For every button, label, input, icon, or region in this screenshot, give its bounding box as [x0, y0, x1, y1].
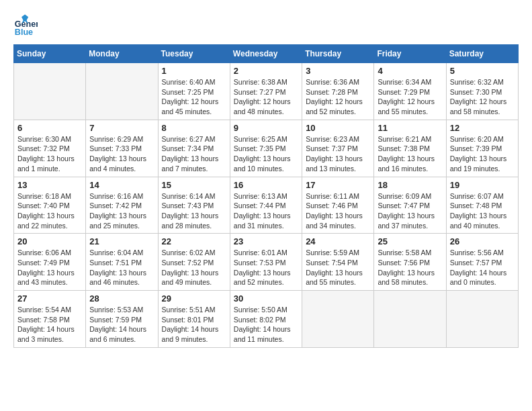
day-info: Sunrise: 6:38 AM Sunset: 7:27 PM Dayligh… — [234, 77, 298, 117]
day-number: 4 — [378, 66, 442, 76]
calendar-cell: 30Sunrise: 5:50 AM Sunset: 8:02 PM Dayli… — [230, 291, 302, 348]
calendar-week-row: 20Sunrise: 6:06 AM Sunset: 7:49 PM Dayli… — [14, 234, 519, 291]
calendar-cell: 8Sunrise: 6:27 AM Sunset: 7:34 PM Daylig… — [158, 120, 230, 177]
day-info: Sunrise: 5:51 AM Sunset: 8:01 PM Dayligh… — [162, 305, 226, 345]
day-number: 16 — [234, 180, 298, 190]
calendar-cell: 3Sunrise: 6:36 AM Sunset: 7:28 PM Daylig… — [302, 63, 374, 120]
calendar-cell: 5Sunrise: 6:32 AM Sunset: 7:30 PM Daylig… — [446, 63, 518, 120]
calendar-cell: 22Sunrise: 6:02 AM Sunset: 7:52 PM Dayli… — [158, 234, 230, 291]
day-number: 22 — [162, 236, 226, 246]
page-header: General Blue — [13, 13, 519, 38]
calendar-cell — [446, 291, 518, 348]
day-number: 30 — [234, 293, 298, 304]
calendar-cell — [14, 63, 86, 120]
day-info: Sunrise: 6:30 AM Sunset: 7:32 PM Dayligh… — [17, 134, 82, 174]
weekday-header-wednesday: Wednesday — [230, 45, 302, 63]
calendar-cell: 11Sunrise: 6:21 AM Sunset: 7:38 PM Dayli… — [374, 120, 446, 177]
calendar-cell: 2Sunrise: 6:38 AM Sunset: 7:27 PM Daylig… — [230, 63, 302, 120]
calendar-cell: 19Sunrise: 6:07 AM Sunset: 7:48 PM Dayli… — [446, 177, 518, 234]
day-number: 15 — [162, 180, 226, 190]
calendar-cell — [302, 291, 374, 348]
calendar-cell: 26Sunrise: 5:56 AM Sunset: 7:57 PM Dayli… — [446, 234, 518, 291]
day-info: Sunrise: 6:18 AM Sunset: 7:40 PM Dayligh… — [17, 191, 82, 231]
day-info: Sunrise: 6:11 AM Sunset: 7:46 PM Dayligh… — [306, 191, 370, 231]
calendar-cell: 20Sunrise: 6:06 AM Sunset: 7:49 PM Dayli… — [14, 234, 86, 291]
day-info: Sunrise: 6:16 AM Sunset: 7:42 PM Dayligh… — [89, 191, 154, 231]
day-number: 25 — [378, 236, 442, 246]
day-number: 1 — [162, 66, 226, 76]
day-number: 9 — [234, 123, 298, 133]
day-number: 13 — [17, 180, 82, 190]
calendar-cell: 13Sunrise: 6:18 AM Sunset: 7:40 PM Dayli… — [14, 177, 86, 234]
day-info: Sunrise: 6:36 AM Sunset: 7:28 PM Dayligh… — [306, 77, 370, 117]
day-info: Sunrise: 6:27 AM Sunset: 7:34 PM Dayligh… — [162, 134, 226, 174]
calendar-cell: 27Sunrise: 5:54 AM Sunset: 7:58 PM Dayli… — [14, 291, 86, 348]
calendar-week-row: 27Sunrise: 5:54 AM Sunset: 7:58 PM Dayli… — [14, 291, 519, 348]
day-number: 28 — [89, 293, 154, 304]
svg-text:Blue: Blue — [15, 28, 33, 37]
day-number: 23 — [234, 236, 298, 246]
day-info: Sunrise: 6:34 AM Sunset: 7:29 PM Dayligh… — [378, 77, 442, 117]
weekday-header-sunday: Sunday — [14, 45, 86, 63]
calendar-cell: 15Sunrise: 6:14 AM Sunset: 7:43 PM Dayli… — [158, 177, 230, 234]
calendar-cell: 1Sunrise: 6:40 AM Sunset: 7:25 PM Daylig… — [158, 63, 230, 120]
day-info: Sunrise: 6:40 AM Sunset: 7:25 PM Dayligh… — [162, 77, 226, 117]
calendar-week-row: 13Sunrise: 6:18 AM Sunset: 7:40 PM Dayli… — [14, 177, 519, 234]
calendar-cell: 28Sunrise: 5:53 AM Sunset: 7:59 PM Dayli… — [86, 291, 158, 348]
weekday-header-saturday: Saturday — [446, 45, 518, 63]
calendar-cell: 23Sunrise: 6:01 AM Sunset: 7:53 PM Dayli… — [230, 234, 302, 291]
calendar-week-row: 6Sunrise: 6:30 AM Sunset: 7:32 PM Daylig… — [14, 120, 519, 177]
calendar-cell: 12Sunrise: 6:20 AM Sunset: 7:39 PM Dayli… — [446, 120, 518, 177]
day-number: 14 — [89, 180, 154, 190]
calendar-cell: 24Sunrise: 5:59 AM Sunset: 7:54 PM Dayli… — [302, 234, 374, 291]
day-number: 10 — [306, 123, 370, 133]
weekday-header-tuesday: Tuesday — [158, 45, 230, 63]
calendar-cell: 14Sunrise: 6:16 AM Sunset: 7:42 PM Dayli… — [86, 177, 158, 234]
day-number: 8 — [162, 123, 226, 133]
calendar-cell: 6Sunrise: 6:30 AM Sunset: 7:32 PM Daylig… — [14, 120, 86, 177]
day-number: 26 — [450, 236, 515, 246]
day-number: 6 — [17, 123, 82, 133]
calendar-cell: 21Sunrise: 6:04 AM Sunset: 7:51 PM Dayli… — [86, 234, 158, 291]
day-number: 19 — [450, 180, 515, 190]
calendar-cell — [86, 63, 158, 120]
day-info: Sunrise: 6:29 AM Sunset: 7:33 PM Dayligh… — [89, 134, 154, 174]
calendar-table: SundayMondayTuesdayWednesdayThursdayFrid… — [13, 44, 519, 348]
day-info: Sunrise: 6:13 AM Sunset: 7:44 PM Dayligh… — [234, 191, 298, 231]
day-info: Sunrise: 6:25 AM Sunset: 7:35 PM Dayligh… — [234, 134, 298, 174]
calendar-cell: 10Sunrise: 6:23 AM Sunset: 7:37 PM Dayli… — [302, 120, 374, 177]
day-info: Sunrise: 5:59 AM Sunset: 7:54 PM Dayligh… — [306, 248, 370, 287]
day-info: Sunrise: 6:09 AM Sunset: 7:47 PM Dayligh… — [378, 191, 442, 231]
day-number: 5 — [450, 66, 515, 76]
day-info: Sunrise: 6:32 AM Sunset: 7:30 PM Dayligh… — [450, 77, 515, 117]
day-info: Sunrise: 5:53 AM Sunset: 7:59 PM Dayligh… — [89, 305, 154, 345]
calendar-cell: 4Sunrise: 6:34 AM Sunset: 7:29 PM Daylig… — [374, 63, 446, 120]
calendar-header-row: SundayMondayTuesdayWednesdayThursdayFrid… — [14, 45, 519, 63]
calendar-cell: 7Sunrise: 6:29 AM Sunset: 7:33 PM Daylig… — [86, 120, 158, 177]
day-number: 24 — [306, 236, 370, 246]
day-info: Sunrise: 5:50 AM Sunset: 8:02 PM Dayligh… — [234, 305, 298, 345]
calendar-cell — [374, 291, 446, 348]
day-info: Sunrise: 5:54 AM Sunset: 7:58 PM Dayligh… — [17, 305, 82, 345]
day-info: Sunrise: 5:56 AM Sunset: 7:57 PM Dayligh… — [450, 248, 515, 287]
day-number: 12 — [450, 123, 515, 133]
day-number: 20 — [17, 236, 82, 246]
day-number: 27 — [17, 293, 82, 304]
logo: General Blue — [13, 13, 40, 38]
day-number: 3 — [306, 66, 370, 76]
day-number: 21 — [89, 236, 154, 246]
day-number: 29 — [162, 293, 226, 304]
day-info: Sunrise: 6:06 AM Sunset: 7:49 PM Dayligh… — [17, 248, 82, 287]
day-info: Sunrise: 6:04 AM Sunset: 7:51 PM Dayligh… — [89, 248, 154, 287]
day-number: 18 — [378, 180, 442, 190]
calendar-cell: 9Sunrise: 6:25 AM Sunset: 7:35 PM Daylig… — [230, 120, 302, 177]
day-number: 17 — [306, 180, 370, 190]
calendar-week-row: 1Sunrise: 6:40 AM Sunset: 7:25 PM Daylig… — [14, 63, 519, 120]
day-info: Sunrise: 6:07 AM Sunset: 7:48 PM Dayligh… — [450, 191, 515, 231]
day-info: Sunrise: 6:01 AM Sunset: 7:53 PM Dayligh… — [234, 248, 298, 287]
day-info: Sunrise: 6:20 AM Sunset: 7:39 PM Dayligh… — [450, 134, 515, 174]
day-info: Sunrise: 6:14 AM Sunset: 7:43 PM Dayligh… — [162, 191, 226, 231]
day-info: Sunrise: 5:58 AM Sunset: 7:56 PM Dayligh… — [378, 248, 442, 287]
weekday-header-thursday: Thursday — [302, 45, 374, 63]
calendar-cell: 25Sunrise: 5:58 AM Sunset: 7:56 PM Dayli… — [374, 234, 446, 291]
